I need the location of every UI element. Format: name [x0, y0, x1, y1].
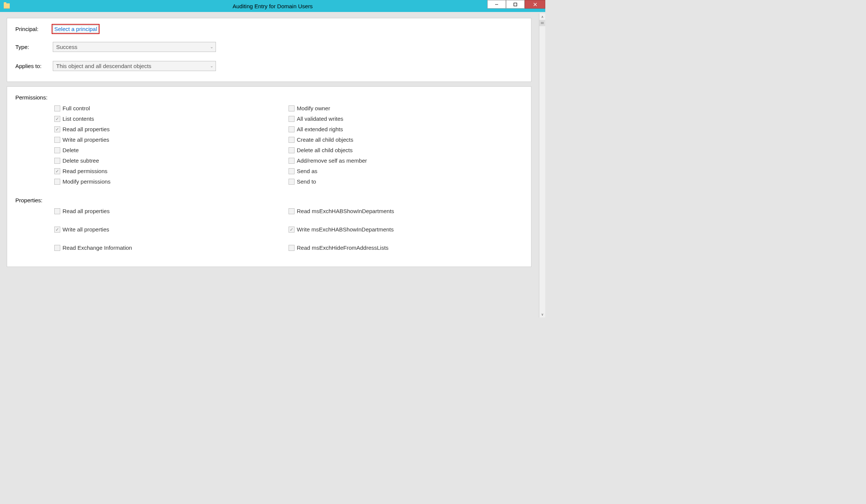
type-value: Success [56, 44, 77, 50]
permission-item: Delete all child objects [289, 147, 523, 153]
property-item: Write msExchHABShowInDepartments [289, 226, 523, 233]
permission-checkbox [54, 179, 60, 185]
select-principal-link[interactable]: Select a principal [53, 25, 98, 33]
property-item: Read msExchHABShowInDepartments [289, 208, 523, 214]
permission-item: Read all properties [54, 126, 289, 132]
permission-label: All extended rights [297, 126, 343, 132]
permission-item: Read permissions [54, 168, 289, 174]
permission-item: All extended rights [289, 126, 523, 132]
permission-label: Delete subtree [62, 157, 99, 164]
type-combobox[interactable]: Success ⌄ [53, 42, 216, 52]
property-label: Write msExchHABShowInDepartments [297, 226, 394, 233]
permission-item: Send as [289, 168, 523, 174]
permission-item: Delete subtree [54, 157, 289, 164]
svg-rect-1 [514, 3, 517, 6]
main-panel: Principal: Select a principal Type: Succ… [1, 13, 539, 317]
auditing-entry-window: Auditing Entry for Domain Users Principa… [0, 0, 545, 317]
minimize-button[interactable] [487, 0, 506, 9]
permission-checkbox [54, 116, 60, 122]
applies-to-combobox[interactable]: This object and all descendant objects ⌄ [53, 61, 216, 71]
permission-label: All validated writes [297, 116, 343, 122]
permission-checkbox [54, 126, 60, 132]
permission-checkbox [289, 168, 295, 174]
content-area: Principal: Select a principal Type: Succ… [0, 12, 545, 317]
type-label: Type: [15, 44, 53, 50]
permission-label: Send to [297, 178, 316, 185]
property-item: Read msExchHideFromAddressLists [289, 245, 523, 251]
permission-label: Read permissions [62, 168, 107, 174]
permission-label: Write all properties [62, 136, 109, 143]
titlebar: Auditing Entry for Domain Users [0, 0, 545, 12]
property-label: Read msExchHideFromAddressLists [297, 245, 388, 251]
property-label: Read msExchHABShowInDepartments [297, 208, 394, 214]
permission-checkbox [54, 147, 60, 153]
window-title: Auditing Entry for Domain Users [232, 3, 312, 9]
permission-checkbox [289, 137, 295, 143]
maximize-button[interactable] [506, 0, 525, 9]
permission-checkbox [54, 137, 60, 143]
permissions-heading: Permissions: [15, 94, 523, 101]
permission-item: Delete [54, 147, 289, 153]
permission-item: Full control [54, 105, 289, 111]
scroll-options-icon[interactable] [539, 20, 545, 26]
permission-checkbox [289, 179, 295, 185]
property-checkbox [54, 227, 60, 233]
scroll-down-arrow-icon[interactable]: ∨ [539, 311, 545, 317]
property-checkbox [54, 208, 60, 214]
scroll-track[interactable] [539, 26, 545, 311]
folder-icon [4, 3, 10, 9]
permission-item: Modify owner [289, 105, 523, 111]
permission-item: Create all child objects [289, 136, 523, 143]
permission-label: Read all properties [62, 126, 110, 132]
permission-checkbox [289, 105, 295, 111]
property-label: Read Exchange Information [62, 245, 132, 251]
property-label: Write all properties [62, 226, 109, 233]
property-item: Write all properties [54, 226, 289, 233]
permission-label: Create all child objects [297, 136, 353, 143]
applies-to-value: This object and all descendant objects [56, 63, 151, 69]
property-checkbox [54, 245, 60, 251]
property-item: Read all properties [54, 208, 289, 214]
property-checkbox [289, 245, 295, 251]
permission-checkbox [289, 147, 295, 153]
permission-label: Full control [62, 105, 90, 111]
property-label: Read all properties [62, 208, 110, 214]
permission-label: List contents [62, 116, 94, 122]
vertical-scrollbar[interactable]: ∧ ∨ [539, 13, 545, 317]
permission-checkbox [289, 116, 295, 122]
permission-label: Modify owner [297, 105, 330, 111]
property-checkbox [289, 227, 295, 233]
principal-label: Principal: [15, 26, 53, 32]
principal-section: Principal: Select a principal Type: Succ… [7, 18, 531, 82]
permission-label: Delete all child objects [297, 147, 353, 153]
permission-item: Add/remove self as member [289, 157, 523, 164]
chevron-down-icon: ⌄ [210, 44, 213, 49]
permission-checkbox [54, 168, 60, 174]
permission-item: List contents [54, 116, 289, 122]
scroll-up-arrow-icon[interactable]: ∧ [539, 13, 545, 20]
permission-checkbox [289, 158, 295, 164]
permission-checkbox [54, 105, 60, 111]
permission-item: All validated writes [289, 116, 523, 122]
close-button[interactable] [525, 0, 545, 9]
permission-item: Write all properties [54, 136, 289, 143]
permission-item: Modify permissions [54, 178, 289, 185]
permission-label: Send as [297, 168, 317, 174]
permission-checkbox [289, 126, 295, 132]
property-checkbox [289, 208, 295, 214]
chevron-down-icon: ⌄ [210, 64, 213, 68]
permission-checkbox [54, 158, 60, 164]
permission-label: Modify permissions [62, 178, 110, 185]
permission-label: Delete [62, 147, 79, 153]
permissions-section: Permissions: Full controlList contentsRe… [7, 86, 531, 267]
permission-label: Add/remove self as member [297, 157, 367, 164]
window-controls [487, 0, 545, 12]
applies-to-label: Applies to: [15, 63, 53, 69]
properties-heading: Properties: [15, 197, 523, 203]
permission-item: Send to [289, 178, 523, 185]
property-item: Read Exchange Information [54, 245, 289, 251]
